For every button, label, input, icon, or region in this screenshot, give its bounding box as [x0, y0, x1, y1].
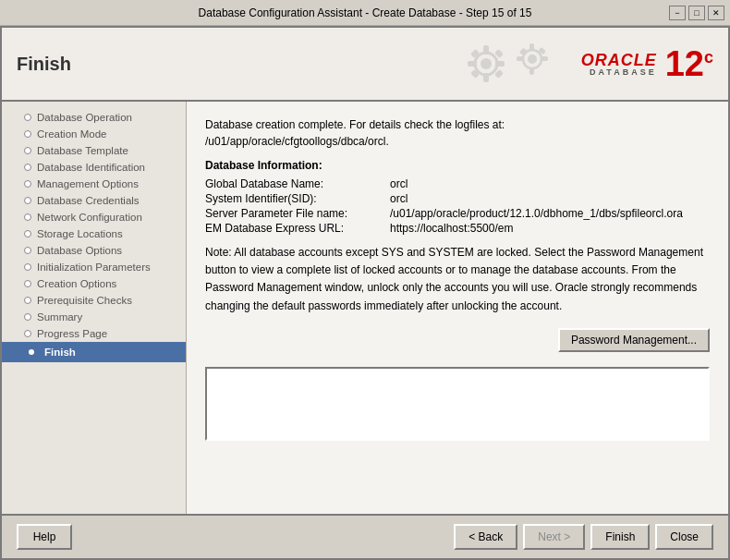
- nav-dot-2: [24, 147, 31, 154]
- nav-item-label-8: Database Options: [37, 245, 122, 256]
- svg-point-1: [481, 58, 492, 69]
- nav-item-4[interactable]: Management Options: [2, 176, 186, 192]
- nav-dot-10: [24, 280, 31, 287]
- nav-dot-7: [24, 230, 31, 237]
- minimize-button[interactable]: −: [669, 6, 686, 20]
- title-bar: Database Configuration Assistant - Creat…: [0, 0, 730, 26]
- page-title: Finish: [17, 54, 71, 75]
- svg-rect-4: [468, 61, 477, 67]
- field-label-3: EM Database Express URL:: [205, 222, 390, 235]
- nav-dot-1: [24, 130, 31, 138]
- version-main: 12: [665, 44, 704, 83]
- info-table: Global Database Name: orcl System Identi…: [205, 177, 710, 235]
- nav-item-12[interactable]: Summary: [2, 309, 186, 325]
- nav-item-label-1: Creation Mode: [37, 128, 106, 140]
- nav-item-label-10: Creation Options: [37, 278, 116, 289]
- svg-rect-3: [483, 73, 489, 82]
- svg-rect-5: [495, 61, 505, 67]
- nav-item-label-6: Network Configuration: [37, 212, 142, 223]
- footer: Help < Back Next > Finish Close: [2, 514, 728, 558]
- field-value-2: /u01/app/oracle/product/12.1.0/dbhome_1/…: [390, 207, 683, 220]
- log-output-area: [205, 367, 710, 441]
- nav-item-label-14: Finish: [44, 347, 76, 358]
- nav-item-label-12: Summary: [37, 311, 82, 323]
- nav-item-label-4: Management Options: [37, 178, 139, 189]
- back-button[interactable]: < Back: [454, 524, 517, 550]
- field-value-0: orcl: [390, 177, 408, 190]
- nav-item-label-13: Progress Page: [37, 328, 107, 339]
- window-controls: − □ ✕: [669, 6, 724, 20]
- nav-dot-active: [24, 345, 39, 359]
- password-management-button[interactable]: Password Management...: [558, 328, 710, 352]
- nav-item-label-9: Initialization Parameters: [37, 262, 151, 273]
- nav-item-label-7: Storage Locations: [37, 228, 123, 239]
- password-btn-area: Password Management...: [205, 328, 710, 352]
- nav-dot-4: [24, 180, 31, 188]
- nav-dot-11: [24, 297, 31, 304]
- field-label-2: Server Parameter File name:: [205, 207, 390, 220]
- nav-dot-6: [24, 213, 31, 221]
- nav-dot-5: [24, 197, 31, 204]
- nav-item-0[interactable]: Database Operation: [2, 109, 186, 126]
- finish-button[interactable]: Finish: [590, 524, 650, 550]
- nav-dot-12: [24, 313, 31, 321]
- nav-item-label-11: Prerequisite Checks: [37, 295, 132, 306]
- field-value-3: https://localhost:5500/em: [390, 222, 513, 235]
- version-number: 12c: [665, 46, 713, 81]
- close-button[interactable]: ✕: [708, 6, 724, 20]
- next-button[interactable]: Next >: [523, 524, 585, 550]
- nav-item-14[interactable]: Finish: [2, 342, 186, 362]
- info-row-0: Global Database Name: orcl: [205, 177, 710, 190]
- nav-item-6[interactable]: Network Configuration: [2, 209, 186, 225]
- nav-dot-13: [24, 330, 31, 337]
- nav-item-13[interactable]: Progress Page: [2, 325, 186, 342]
- nav-dot-8: [24, 247, 31, 254]
- note-text: Note: All database accounts except SYS a…: [205, 244, 710, 315]
- nav-item-label-0: Database Operation: [37, 112, 132, 123]
- nav-item-7[interactable]: Storage Locations: [2, 225, 186, 242]
- content-area: Database OperationCreation ModeDatabase …: [2, 102, 728, 514]
- nav-item-8[interactable]: Database Options: [2, 242, 186, 259]
- svg-rect-14: [517, 56, 524, 61]
- oracle-logo-area: ORACLE DATABASE 12c: [458, 36, 713, 91]
- info-section-title: Database Information:: [205, 159, 710, 172]
- database-label: DATABASE: [590, 68, 657, 77]
- completion-text: Database creation complete. For details …: [205, 118, 505, 148]
- svg-rect-13: [529, 67, 534, 75]
- nav-item-5[interactable]: Database Credentials: [2, 192, 186, 209]
- gear-decoration-icon: [458, 36, 569, 91]
- nav-item-11[interactable]: Prerequisite Checks: [2, 292, 186, 309]
- nav-item-3[interactable]: Database Identification: [2, 159, 186, 176]
- svg-point-11: [528, 55, 537, 64]
- maximize-button[interactable]: □: [688, 6, 705, 20]
- nav-item-9[interactable]: Initialization Parameters: [2, 259, 186, 275]
- nav-dot-3: [24, 164, 31, 171]
- completion-message: Database creation complete. For details …: [205, 116, 710, 150]
- field-value-1: orcl: [390, 192, 408, 205]
- version-suffix: c: [704, 48, 713, 67]
- nav-item-label-5: Database Credentials: [37, 195, 140, 206]
- field-label-0: Global Database Name:: [205, 177, 390, 190]
- oracle-name-text: ORACLE: [581, 52, 657, 68]
- nav-item-label-3: Database Identification: [37, 162, 145, 173]
- window-title: Database Configuration Assistant - Creat…: [61, 6, 669, 19]
- close-button-footer[interactable]: Close: [655, 524, 713, 550]
- info-row-1: System Identifier(SID): orcl: [205, 192, 710, 205]
- main-content: Database creation complete. For details …: [187, 102, 728, 514]
- main-window: Finish: [0, 26, 730, 560]
- header: Finish: [2, 28, 728, 102]
- left-nav: Database OperationCreation ModeDatabase …: [2, 102, 187, 514]
- nav-dot-0: [24, 114, 31, 121]
- svg-rect-15: [541, 56, 548, 61]
- info-row-2: Server Parameter File name: /u01/app/ora…: [205, 207, 710, 220]
- field-label-1: System Identifier(SID):: [205, 192, 390, 205]
- oracle-brand: ORACLE DATABASE: [581, 52, 657, 77]
- header-left: Finish: [17, 54, 71, 75]
- nav-item-label-2: Database Template: [37, 145, 128, 156]
- nav-item-2[interactable]: Database Template: [2, 142, 186, 159]
- help-button[interactable]: Help: [17, 524, 72, 550]
- svg-rect-12: [529, 43, 534, 51]
- footer-nav-buttons: < Back Next > Finish Close: [454, 524, 713, 550]
- nav-item-1[interactable]: Creation Mode: [2, 126, 186, 142]
- nav-item-10[interactable]: Creation Options: [2, 275, 186, 292]
